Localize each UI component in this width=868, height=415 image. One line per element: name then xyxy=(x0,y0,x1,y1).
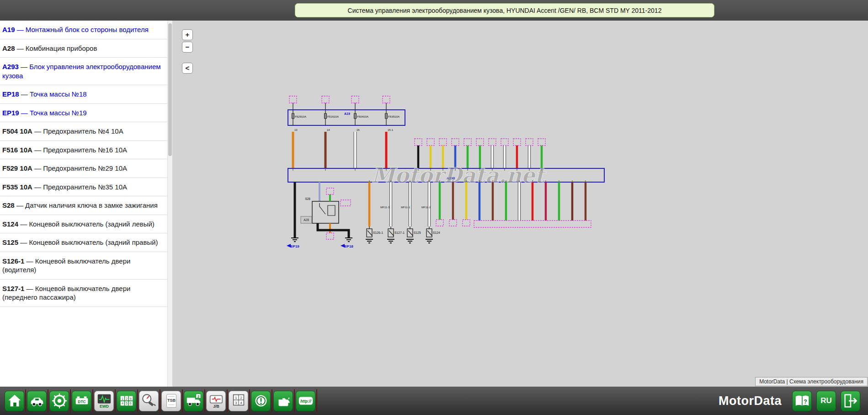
svg-text:13: 13 xyxy=(294,129,298,131)
svg-text:A19: A19 xyxy=(344,112,350,115)
component-desc: — Предохранитель №35 10А xyxy=(32,183,127,191)
sidebar-item-a19[interactable]: A19 — Монтажный блок со стороны водителя xyxy=(0,21,167,39)
sidebar-item-ep18[interactable]: EP18 — Точка массы №18 xyxy=(0,85,167,104)
component-code: S125 xyxy=(2,238,18,246)
ewd-button[interactable]: EWD xyxy=(93,389,116,412)
scrollbar-thumb[interactable] xyxy=(168,23,172,156)
content-area: A19 — Монтажный блок со стороны водителя… xyxy=(0,21,868,387)
component-code: F529 10A xyxy=(2,164,32,172)
engine-parts-icon xyxy=(49,391,69,411)
sidebar-item-f535-10a[interactable]: F535 10A — Предохранитель №35 10А xyxy=(0,178,167,197)
help-book-button[interactable]: ? xyxy=(791,389,813,412)
component-desc: — Блок управления электрооборудованием к… xyxy=(2,63,161,80)
home-button[interactable] xyxy=(4,389,26,412)
svg-text:EWD: EWD xyxy=(100,404,109,409)
svg-text:EP19: EP19 xyxy=(290,244,299,248)
connector-icon: 1234 xyxy=(229,391,248,411)
component-code: F535 10A xyxy=(2,183,32,191)
motordata-brand: MotorData xyxy=(719,394,789,408)
pinout-grid-button[interactable]: 129456 xyxy=(116,389,138,412)
connector-button[interactable]: 1234 xyxy=(228,389,250,412)
svg-text:15: 15 xyxy=(357,129,360,131)
sidebar-item-f516-10a[interactable]: F516 10A — Предохранитель №16 10А xyxy=(0,141,167,160)
sidebar-item-ep19[interactable]: EP19 — Точка массы №19 xyxy=(0,104,167,123)
sidebar-item-s127-1[interactable]: S127-1 — Концевой выключатель двери (пер… xyxy=(0,280,167,307)
component-code: S28 xyxy=(2,201,15,209)
svg-text:14: 14 xyxy=(327,129,330,131)
oil-service-button[interactable] xyxy=(272,389,295,412)
component-sidebar: A19 — Монтажный блок со стороны водителя… xyxy=(0,21,172,387)
component-code: A28 xyxy=(2,44,15,52)
zoom-out-button[interactable]: − xyxy=(182,42,193,53)
sidebar-item-f529-10a[interactable]: F529 10A — Предохранитель №29 10А xyxy=(0,159,167,178)
tsb-icon: TSB xyxy=(161,391,181,411)
sidebar-item-s28[interactable]: S28 — Датчик наличия ключа в замке зажиг… xyxy=(0,196,167,215)
svg-text:1: 1 xyxy=(122,397,123,401)
svg-text:EP18: EP18 xyxy=(344,244,353,248)
component-desc: — Датчик наличия ключа в замке зажигания xyxy=(15,201,158,209)
oil-service-icon xyxy=(273,391,293,411)
tsb-button[interactable]: TSB xyxy=(160,389,183,412)
component-code: A19 xyxy=(2,26,15,33)
pinout-grid-icon: 129456 xyxy=(117,391,136,411)
component-list: A19 — Монтажный блок со стороны водителя… xyxy=(0,21,167,387)
language-button[interactable]: RU xyxy=(815,389,837,412)
sidebar-item-f504-10a[interactable]: F504 10A — Предохранитель №4 10А xyxy=(0,122,167,141)
http-button[interactable]: http:// xyxy=(295,389,317,412)
component-code: S124 xyxy=(2,220,18,228)
svg-text:5: 5 xyxy=(126,402,128,405)
diagram-canvas[interactable]: F52910A13F51610A14F50410A15F53510A15-1A1… xyxy=(172,21,868,387)
dtc-button[interactable]: DTC xyxy=(71,389,93,412)
svg-text:F51610A: F51610A xyxy=(327,115,339,118)
svg-text:15-1: 15-1 xyxy=(388,129,394,131)
svg-text:S124: S124 xyxy=(433,231,440,234)
top-bar: Система управления электрооборудованием … xyxy=(0,0,868,21)
component-desc: — Точка массы №18 xyxy=(19,90,87,98)
sidebar-item-s124[interactable]: S124 — Концевой выключатель (задний левы… xyxy=(0,215,167,234)
sidebar-item-a293[interactable]: A293 — Блок управления электрооборудован… xyxy=(0,58,167,85)
svg-text:2: 2 xyxy=(197,394,199,399)
toolbar-icons: DTCEWD129456TSB2J/B1234http:// xyxy=(4,389,317,412)
truck-button[interactable]: 2 xyxy=(183,389,205,412)
component-code: S127-1 xyxy=(2,285,24,292)
multimeter-button[interactable] xyxy=(138,389,160,412)
svg-text:S127-1: S127-1 xyxy=(394,231,405,234)
home-icon xyxy=(5,391,24,411)
sidebar-item-s125[interactable]: S125 — Концевой выключатель (задний прав… xyxy=(0,233,167,252)
svg-text:MF11-2: MF11-2 xyxy=(421,206,431,209)
component-code: A293 xyxy=(2,63,19,70)
svg-text:4: 4 xyxy=(240,401,242,405)
engine-parts-button[interactable] xyxy=(48,389,71,412)
collapse-sidebar-button[interactable]: < xyxy=(182,63,193,74)
language-label: RU xyxy=(816,391,836,411)
wiring-diagram: F52910A13F51610A14F50410A15F53510A15-1A1… xyxy=(172,21,868,387)
toolbar-right-group: ? RU xyxy=(789,389,864,412)
svg-text:DTC: DTC xyxy=(78,399,86,404)
warning-button[interactable] xyxy=(250,389,272,412)
component-code: S126-1 xyxy=(2,257,24,265)
svg-text:F53510A: F53510A xyxy=(388,115,400,118)
sidebar-item-a28[interactable]: A28 — Комбинация приборов xyxy=(0,39,167,58)
component-desc: — Предохранитель №29 10А xyxy=(32,164,127,172)
exit-button[interactable] xyxy=(839,389,862,412)
component-desc: — Точка массы №19 xyxy=(19,109,87,117)
fusebox-button[interactable]: J/B xyxy=(205,389,228,412)
svg-text:F50410A: F50410A xyxy=(357,115,369,118)
car-diagnostics-icon xyxy=(27,391,47,411)
car-diagnostics-button[interactable] xyxy=(26,389,48,412)
svg-text:http://: http:// xyxy=(300,399,312,404)
zoom-in-button[interactable]: + xyxy=(182,29,193,40)
component-code: EP19 xyxy=(2,109,19,117)
svg-text:2: 2 xyxy=(240,396,242,400)
component-desc: — Концевой выключатель (задний левый) xyxy=(18,220,154,228)
svg-text:3: 3 xyxy=(235,401,237,405)
svg-text:MF11-1: MF11-1 xyxy=(401,206,410,209)
truck-icon: 2 xyxy=(184,391,203,411)
component-code: EP18 xyxy=(2,90,19,98)
svg-text:S125: S125 xyxy=(414,231,421,234)
svg-text:6: 6 xyxy=(129,402,131,405)
sidebar-scrollbar[interactable] xyxy=(167,21,172,387)
multimeter-icon xyxy=(139,391,159,411)
component-desc: — Монтажный блок со стороны водителя xyxy=(15,26,149,33)
sidebar-item-s126-1[interactable]: S126-1 — Концевой выключатель двери (вод… xyxy=(0,252,167,280)
